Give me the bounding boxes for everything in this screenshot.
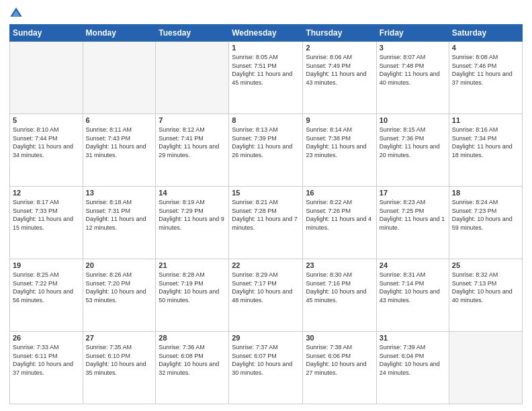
day-number: 10 — [380, 116, 446, 124]
week-row-1: 1Sunrise: 8:05 AM Sunset: 7:51 PM Daylig… — [10, 42, 523, 114]
day-info: Sunrise: 8:14 AM Sunset: 7:38 PM Dayligh… — [306, 126, 373, 159]
day-info: Sunrise: 8:11 AM Sunset: 7:43 PM Dayligh… — [86, 126, 153, 159]
day-cell-10: 10Sunrise: 8:15 AM Sunset: 7:36 PM Dayli… — [376, 114, 449, 187]
day-number: 3 — [380, 44, 446, 52]
week-row-3: 12Sunrise: 8:17 AM Sunset: 7:33 PM Dayli… — [10, 187, 523, 259]
logo — [9, 7, 26, 20]
day-info: Sunrise: 7:37 AM Sunset: 6:07 PM Dayligh… — [232, 343, 300, 377]
day-cell-29: 29Sunrise: 7:37 AM Sunset: 6:07 PM Dayli… — [229, 332, 303, 404]
day-cell-4: 4Sunrise: 8:08 AM Sunset: 7:46 PM Daylig… — [449, 42, 522, 114]
day-info: Sunrise: 7:35 AM Sunset: 6:10 PM Dayligh… — [86, 343, 153, 377]
day-header-friday: Friday — [376, 25, 449, 42]
day-number: 22 — [232, 261, 300, 269]
header — [9, 7, 523, 20]
day-info: Sunrise: 8:16 AM Sunset: 7:34 PM Dayligh… — [452, 126, 519, 159]
day-cell-12: 12Sunrise: 8:17 AM Sunset: 7:33 PM Dayli… — [10, 187, 83, 259]
day-info: Sunrise: 8:12 AM Sunset: 7:41 PM Dayligh… — [159, 126, 226, 159]
day-info: Sunrise: 8:06 AM Sunset: 7:49 PM Dayligh… — [306, 53, 373, 87]
day-header-wednesday: Wednesday — [229, 25, 303, 42]
logo-icon — [9, 7, 23, 20]
day-cell-27: 27Sunrise: 7:35 AM Sunset: 6:10 PM Dayli… — [83, 332, 156, 404]
empty-cell — [156, 42, 229, 114]
day-number: 9 — [306, 116, 373, 124]
day-info: Sunrise: 8:32 AM Sunset: 7:13 PM Dayligh… — [452, 271, 519, 304]
day-cell-28: 28Sunrise: 7:36 AM Sunset: 6:08 PM Dayli… — [156, 332, 229, 404]
day-number: 16 — [306, 189, 373, 197]
day-number: 17 — [380, 189, 446, 197]
day-info: Sunrise: 8:29 AM Sunset: 7:17 PM Dayligh… — [232, 271, 300, 304]
day-info: Sunrise: 7:39 AM Sunset: 6:04 PM Dayligh… — [380, 343, 446, 377]
day-info: Sunrise: 8:25 AM Sunset: 7:22 PM Dayligh… — [13, 271, 80, 304]
day-number: 27 — [86, 334, 153, 342]
day-number: 21 — [159, 261, 226, 269]
day-info: Sunrise: 7:38 AM Sunset: 6:06 PM Dayligh… — [306, 343, 373, 377]
day-number: 2 — [306, 44, 373, 52]
day-info: Sunrise: 8:13 AM Sunset: 7:39 PM Dayligh… — [232, 126, 300, 159]
calendar-header-row: SundayMondayTuesdayWednesdayThursdayFrid… — [10, 25, 523, 42]
day-cell-7: 7Sunrise: 8:12 AM Sunset: 7:41 PM Daylig… — [156, 114, 229, 187]
day-header-sunday: Sunday — [10, 25, 83, 42]
day-info: Sunrise: 8:22 AM Sunset: 7:26 PM Dayligh… — [306, 198, 373, 232]
day-cell-13: 13Sunrise: 8:18 AM Sunset: 7:31 PM Dayli… — [83, 187, 156, 259]
day-cell-5: 5Sunrise: 8:10 AM Sunset: 7:44 PM Daylig… — [10, 114, 83, 187]
day-info: Sunrise: 8:31 AM Sunset: 7:14 PM Dayligh… — [380, 271, 446, 304]
day-cell-16: 16Sunrise: 8:22 AM Sunset: 7:26 PM Dayli… — [303, 187, 376, 259]
empty-cell — [449, 332, 522, 404]
day-cell-20: 20Sunrise: 8:26 AM Sunset: 7:20 PM Dayli… — [83, 259, 156, 332]
week-row-4: 19Sunrise: 8:25 AM Sunset: 7:22 PM Dayli… — [10, 259, 523, 332]
day-info: Sunrise: 8:30 AM Sunset: 7:16 PM Dayligh… — [306, 271, 373, 304]
day-info: Sunrise: 8:05 AM Sunset: 7:51 PM Dayligh… — [232, 53, 300, 87]
day-number: 29 — [232, 334, 300, 342]
day-number: 28 — [159, 334, 226, 342]
day-cell-11: 11Sunrise: 8:16 AM Sunset: 7:34 PM Dayli… — [449, 114, 522, 187]
day-number: 4 — [452, 44, 519, 52]
day-header-tuesday: Tuesday — [156, 25, 229, 42]
day-number: 25 — [452, 261, 519, 269]
calendar-table: SundayMondayTuesdayWednesdayThursdayFrid… — [9, 24, 523, 404]
empty-cell — [83, 42, 156, 114]
day-cell-19: 19Sunrise: 8:25 AM Sunset: 7:22 PM Dayli… — [10, 259, 83, 332]
day-number: 18 — [452, 189, 519, 197]
day-number: 12 — [13, 189, 80, 197]
day-number: 8 — [232, 116, 300, 124]
day-number: 24 — [380, 261, 446, 269]
day-cell-22: 22Sunrise: 8:29 AM Sunset: 7:17 PM Dayli… — [229, 259, 303, 332]
day-number: 13 — [86, 189, 153, 197]
day-number: 19 — [13, 261, 80, 269]
day-number: 7 — [159, 116, 226, 124]
day-cell-14: 14Sunrise: 8:19 AM Sunset: 7:29 PM Dayli… — [156, 187, 229, 259]
day-cell-1: 1Sunrise: 8:05 AM Sunset: 7:51 PM Daylig… — [229, 42, 303, 114]
day-cell-31: 31Sunrise: 7:39 AM Sunset: 6:04 PM Dayli… — [376, 332, 449, 404]
empty-cell — [10, 42, 83, 114]
day-header-thursday: Thursday — [303, 25, 376, 42]
day-number: 14 — [159, 189, 226, 197]
day-number: 31 — [380, 334, 446, 342]
day-number: 30 — [306, 334, 373, 342]
day-info: Sunrise: 7:36 AM Sunset: 6:08 PM Dayligh… — [159, 343, 226, 377]
day-cell-24: 24Sunrise: 8:31 AM Sunset: 7:14 PM Dayli… — [376, 259, 449, 332]
day-number: 20 — [86, 261, 153, 269]
day-info: Sunrise: 8:08 AM Sunset: 7:46 PM Dayligh… — [452, 53, 519, 87]
day-cell-9: 9Sunrise: 8:14 AM Sunset: 7:38 PM Daylig… — [303, 114, 376, 187]
day-info: Sunrise: 8:07 AM Sunset: 7:48 PM Dayligh… — [380, 53, 446, 87]
day-info: Sunrise: 8:19 AM Sunset: 7:29 PM Dayligh… — [159, 198, 226, 232]
day-header-saturday: Saturday — [449, 25, 522, 42]
day-number: 26 — [13, 334, 80, 342]
day-info: Sunrise: 8:28 AM Sunset: 7:19 PM Dayligh… — [159, 271, 226, 304]
day-number: 1 — [232, 44, 300, 52]
day-cell-23: 23Sunrise: 8:30 AM Sunset: 7:16 PM Dayli… — [303, 259, 376, 332]
day-cell-15: 15Sunrise: 8:21 AM Sunset: 7:28 PM Dayli… — [229, 187, 303, 259]
day-info: Sunrise: 8:18 AM Sunset: 7:31 PM Dayligh… — [86, 198, 153, 232]
day-cell-17: 17Sunrise: 8:23 AM Sunset: 7:25 PM Dayli… — [376, 187, 449, 259]
day-number: 5 — [13, 116, 80, 124]
day-cell-3: 3Sunrise: 8:07 AM Sunset: 7:48 PM Daylig… — [376, 42, 449, 114]
day-number: 6 — [86, 116, 153, 124]
page: SundayMondayTuesdayWednesdayThursdayFrid… — [0, 0, 532, 411]
day-cell-18: 18Sunrise: 8:24 AM Sunset: 7:23 PM Dayli… — [449, 187, 522, 259]
day-number: 11 — [452, 116, 519, 124]
day-cell-8: 8Sunrise: 8:13 AM Sunset: 7:39 PM Daylig… — [229, 114, 303, 187]
day-info: Sunrise: 8:23 AM Sunset: 7:25 PM Dayligh… — [380, 198, 446, 232]
day-info: Sunrise: 8:15 AM Sunset: 7:36 PM Dayligh… — [380, 126, 446, 159]
day-info: Sunrise: 8:24 AM Sunset: 7:23 PM Dayligh… — [452, 198, 519, 232]
day-cell-21: 21Sunrise: 8:28 AM Sunset: 7:19 PM Dayli… — [156, 259, 229, 332]
